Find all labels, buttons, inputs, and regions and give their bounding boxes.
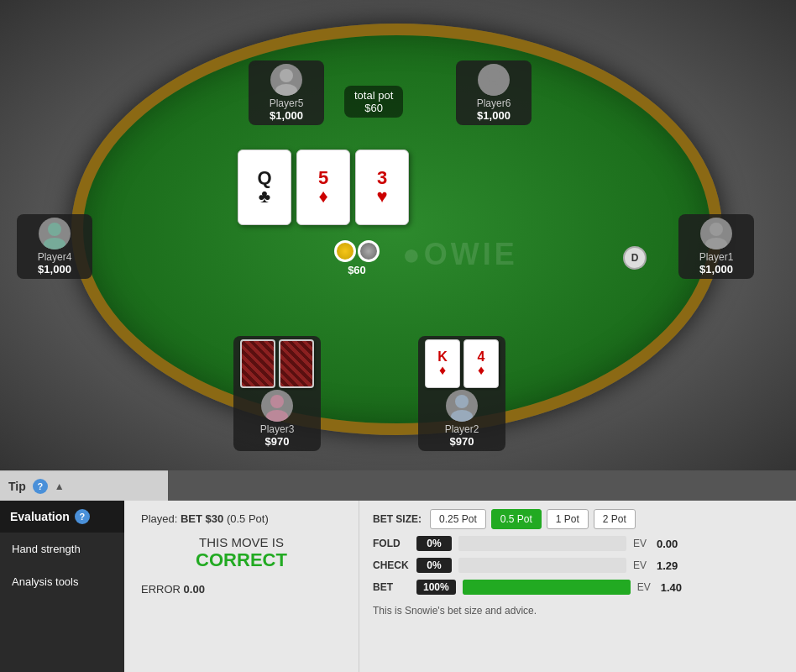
svg-point-10 — [455, 395, 469, 408]
svg-point-8 — [270, 395, 284, 408]
player5-avatar-svg — [270, 64, 302, 96]
svg-point-5 — [44, 238, 65, 249]
fold-pct: 0% — [416, 536, 452, 551]
player2-avatar — [446, 390, 478, 422]
player2-name: Player2 — [425, 423, 499, 435]
player5-name: Player5 — [255, 97, 317, 109]
bottom-panel: Evaluation ? Hand strength Analysis tool… — [0, 501, 796, 672]
check-pct: 0% — [416, 558, 452, 573]
this-move-is: THIS MOVE IS — [141, 535, 342, 549]
sidebar-item-hand-strength[interactable]: Hand strength — [0, 533, 124, 565]
error-value: 0.00 — [184, 583, 205, 596]
played-line: Played: BET $30 (0.5 Pot) — [141, 512, 342, 525]
bet-size-025pot[interactable]: 0.25 Pot — [430, 509, 486, 529]
pot-value: $60 — [354, 102, 393, 114]
svg-point-3 — [483, 84, 505, 96]
player5-stack: $1,000 — [255, 109, 317, 122]
sidebar: Evaluation ? Hand strength Analysis tool… — [0, 501, 124, 672]
player2-card2: 4 ♦ — [463, 339, 499, 388]
tip-collapse-btn[interactable]: ▲ — [55, 480, 65, 492]
player2-cards: K ♦ 4 ♦ — [425, 339, 499, 388]
player1-box: Player1 $1,000 — [678, 214, 754, 279]
player3-cards — [240, 339, 314, 388]
analysis-area: BET SIZE: 0.25 Pot 0.5 Pot 1 Pot 2 Pot F… — [359, 501, 796, 672]
bet-size-1pot[interactable]: 1 Pot — [547, 509, 589, 529]
svg-point-11 — [451, 410, 473, 422]
chip-yellow — [334, 240, 356, 262]
bet-size-row: BET SIZE: 0.25 Pot 0.5 Pot 1 Pot 2 Pot — [373, 509, 783, 529]
svg-point-9 — [266, 410, 288, 422]
player3-name: Player3 — [240, 423, 314, 435]
fold-bar — [458, 536, 626, 551]
player3-avatar-svg — [261, 390, 293, 422]
played-prefix: Played: — [141, 512, 181, 525]
player1-name: Player1 — [685, 251, 747, 263]
bet-ev-value: 1.40 — [661, 581, 691, 594]
tip-bar: Tip ? ▲ — [0, 470, 168, 501]
pot-display: total pot $60 — [344, 86, 403, 118]
eval-area: Played: BET $30 (0.5 Pot) THIS MOVE IS C… — [124, 501, 359, 672]
bet-label: BET — [373, 581, 410, 593]
community-card-1: Q ♣ — [238, 150, 291, 225]
dealer-button: D — [623, 246, 647, 270]
svg-point-6 — [710, 223, 723, 236]
chips-value: $60 — [348, 264, 366, 276]
player3-stack: $970 — [240, 435, 314, 448]
bet-size-label: BET SIZE: — [373, 513, 422, 525]
pot-label: total pot — [354, 89, 393, 102]
player1-avatar — [700, 218, 732, 249]
svg-point-2 — [487, 69, 500, 82]
player4-name: Player4 — [24, 251, 86, 263]
bet-row: BET 100% EV 1.40 — [373, 580, 783, 595]
check-label: CHECK — [373, 559, 410, 571]
player2-box: K ♦ 4 ♦ Player2 $970 — [418, 336, 505, 451]
fold-ev-value: 0.00 — [657, 538, 687, 550]
fold-row: FOLD 0% EV 0.00 — [373, 536, 783, 551]
sidebar-item-analysis-tools[interactable]: Analysis tools — [0, 565, 124, 598]
community-card-2: 5 ♦ — [296, 150, 350, 225]
check-ev-value: 1.29 — [657, 559, 687, 572]
error-line: ERROR 0.00 — [141, 583, 342, 596]
bet-size-05pot[interactable]: 0.5 Pot — [491, 509, 542, 529]
player2-avatar-svg — [446, 390, 478, 422]
bet-pct: 100% — [416, 580, 456, 595]
chips-center: $60 — [334, 240, 380, 276]
player2-card1: K ♦ — [425, 339, 460, 388]
player4-stack: $1,000 — [24, 263, 86, 276]
player5-avatar — [270, 64, 302, 96]
watermark: ●OWIE — [402, 237, 518, 272]
sidebar-header: Evaluation ? — [0, 501, 124, 533]
player1-avatar-svg — [700, 218, 732, 249]
player4-box: Player4 $1,000 — [17, 214, 92, 279]
table-area: ●OWIE total pot $60 Q ♣ 5 ♦ 3 ♥ $60 — [0, 0, 796, 470]
tip-help-icon[interactable]: ? — [33, 479, 48, 494]
check-row: CHECK 0% EV 1.29 — [373, 558, 783, 573]
fold-label: FOLD — [373, 538, 410, 549]
error-label: ERROR — [141, 583, 181, 596]
player6-avatar-svg — [478, 64, 510, 96]
player6-name: Player6 — [463, 97, 525, 109]
bet-ev-label: EV — [637, 581, 654, 593]
svg-point-4 — [48, 223, 61, 236]
player6-avatar — [478, 64, 510, 96]
player3-card2-back — [279, 339, 314, 388]
player4-avatar — [39, 218, 71, 249]
player3-card1-back — [240, 339, 275, 388]
correct-text: CORRECT — [141, 549, 342, 571]
sidebar-help-icon[interactable]: ? — [75, 509, 90, 524]
tip-label: Tip — [8, 480, 26, 493]
played-suffix: (0.5 Pot) — [227, 512, 269, 525]
community-card-3: 3 ♥ — [355, 150, 409, 225]
player3-avatar — [261, 390, 293, 422]
bet-size-2pot[interactable]: 2 Pot — [594, 509, 636, 529]
community-cards: Q ♣ 5 ♦ 3 ♥ — [238, 150, 409, 225]
player5-box: Player5 $1,000 — [249, 60, 324, 125]
sidebar-header-label: Evaluation — [10, 510, 70, 523]
snowie-advice: This is Snowie's bet size and advice. — [373, 605, 783, 617]
player4-avatar-svg — [39, 218, 71, 249]
correct-block: THIS MOVE IS CORRECT — [141, 535, 342, 571]
player6-box: Player6 $1,000 — [456, 60, 532, 125]
chip-grey — [358, 240, 380, 262]
player6-stack: $1,000 — [463, 109, 525, 122]
check-bar — [458, 558, 626, 573]
